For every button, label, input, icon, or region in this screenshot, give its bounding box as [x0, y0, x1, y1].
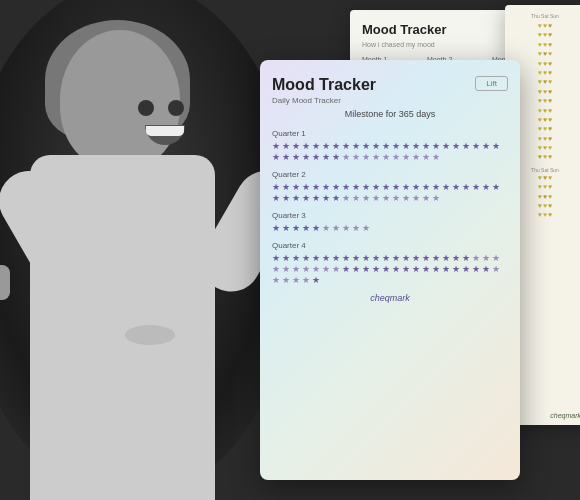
- star-icon: ★: [362, 224, 370, 233]
- star-icon: ★: [272, 224, 280, 233]
- heart-icon: ♥: [543, 202, 547, 210]
- star-icon: ★: [292, 276, 300, 285]
- star-icon: ★: [332, 194, 340, 203]
- heart-icon: ♥: [548, 174, 552, 182]
- star-icon: ★: [312, 142, 320, 151]
- star-icon: ★: [342, 142, 350, 151]
- heart-icon: ♥: [543, 153, 547, 161]
- star-icon: ★: [382, 142, 390, 151]
- heart-icon: ♥: [538, 97, 542, 105]
- star-icon: ★: [282, 194, 290, 203]
- star-icon: ★: [332, 254, 340, 263]
- star-icon: ★: [402, 254, 410, 263]
- scene: Mood Tracker How i chased my mood Lift M…: [0, 0, 580, 500]
- heart-icon: ♥: [538, 107, 542, 115]
- heart-icon: ♥: [538, 193, 542, 201]
- star-icon: ★: [462, 142, 470, 151]
- heart-icon: ♥: [548, 22, 552, 30]
- heart-icon: ♥: [543, 193, 547, 201]
- heart-icon: ♥: [538, 69, 542, 77]
- star-icon: ★: [322, 254, 330, 263]
- heart-icon: ♥: [548, 69, 552, 77]
- star-icon: ★: [292, 183, 300, 192]
- heart-icon: ♥: [538, 174, 542, 182]
- heart-icon: ♥: [538, 125, 542, 133]
- heart-icon: ♥: [543, 22, 547, 30]
- star-icon: ★: [342, 265, 350, 274]
- heart-icon: ♥: [548, 153, 552, 161]
- star-icon: ★: [362, 194, 370, 203]
- star-icon: ★: [392, 153, 400, 162]
- heart-icon: ♥: [548, 116, 552, 124]
- heart-icon: ♥: [548, 135, 552, 143]
- star-icon: ★: [282, 265, 290, 274]
- star-icon: ★: [332, 265, 340, 274]
- heart-icon: ♥: [538, 153, 542, 161]
- star-icon: ★: [472, 265, 480, 274]
- heart-icon: ♥: [538, 41, 542, 49]
- quarter-2-label: Quarter 2: [272, 170, 508, 179]
- star-icon: ★: [382, 183, 390, 192]
- star-icon: ★: [312, 276, 320, 285]
- star-icon: ★: [272, 142, 280, 151]
- star-icon: ★: [322, 183, 330, 192]
- main-card-logo: cheqmark: [272, 293, 508, 303]
- quarter-3-label: Quarter 3: [272, 211, 508, 220]
- card-main-subtitle: Daily Mood Tracker: [272, 96, 508, 105]
- star-icon: ★: [312, 254, 320, 263]
- star-icon: ★: [442, 183, 450, 192]
- star-icon: ★: [412, 142, 420, 151]
- star-icon: ★: [382, 254, 390, 263]
- star-icon: ★: [322, 224, 330, 233]
- star-icon: ★: [432, 265, 440, 274]
- star-icon: ★: [352, 153, 360, 162]
- heart-icon: ♥: [543, 174, 547, 182]
- star-icon: ★: [452, 142, 460, 151]
- star-icon: ★: [342, 194, 350, 203]
- card-main-button[interactable]: Lift: [475, 76, 508, 91]
- star-icon: ★: [342, 183, 350, 192]
- star-icon: ★: [382, 153, 390, 162]
- star-icon: ★: [402, 265, 410, 274]
- heart-icon: ♥: [548, 50, 552, 58]
- star-icon: ★: [332, 142, 340, 151]
- star-icon: ★: [312, 194, 320, 203]
- heart-icon: ♥: [538, 88, 542, 96]
- star-icon: ★: [462, 254, 470, 263]
- star-icon: ★: [322, 265, 330, 274]
- star-icon: ★: [352, 265, 360, 274]
- star-icon: ★: [342, 153, 350, 162]
- star-icon: ★: [432, 194, 440, 203]
- star-icon: ★: [372, 254, 380, 263]
- star-icon: ★: [482, 254, 490, 263]
- star-icon: ★: [472, 142, 480, 151]
- star-icon: ★: [382, 265, 390, 274]
- star-icon: ★: [272, 183, 280, 192]
- star-icon: ★: [482, 183, 490, 192]
- heart-icon: ♥: [548, 211, 552, 219]
- star-icon: ★: [422, 194, 430, 203]
- heart-icon: ♥: [548, 41, 552, 49]
- star-icon: ★: [402, 142, 410, 151]
- star-icon: ★: [422, 183, 430, 192]
- star-icon: ★: [422, 153, 430, 162]
- heart-icon: ♥: [548, 193, 552, 201]
- star-icon: ★: [392, 194, 400, 203]
- heart-icon: ♥: [538, 135, 542, 143]
- quarter-1: Quarter 1 ★★★★★★★★★★ ★★★★★★★★★★ ★★★★★★★★…: [272, 129, 508, 162]
- star-icon: ★: [492, 265, 500, 274]
- star-icon: ★: [432, 142, 440, 151]
- heart-icon: ♥: [538, 116, 542, 124]
- quarter-2-stars: ★★★★★★★★★★ ★★★★★★★★★★ ★★★★★★★★★★ ★★★★★★★…: [272, 183, 508, 203]
- star-icon: ★: [302, 142, 310, 151]
- heart-icon: ♥: [538, 202, 542, 210]
- star-icon: ★: [422, 142, 430, 151]
- star-icon: ★: [312, 265, 320, 274]
- star-icon: ★: [392, 254, 400, 263]
- heart-icon: ♥: [548, 183, 552, 191]
- heart-icon: ♥: [548, 144, 552, 152]
- star-icon: ★: [332, 224, 340, 233]
- star-icon: ★: [292, 194, 300, 203]
- heart-icon: ♥: [543, 31, 547, 39]
- heart-icon: ♥: [538, 78, 542, 86]
